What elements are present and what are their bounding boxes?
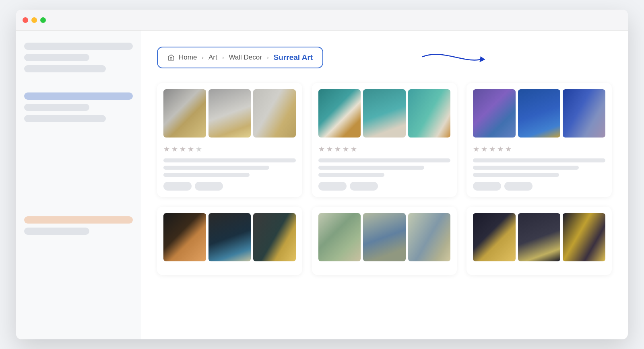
star-4: ★ — [497, 145, 504, 154]
product-image-2 — [518, 213, 561, 261]
product-tags — [163, 182, 296, 191]
product-images — [473, 213, 605, 261]
product-tags — [318, 182, 451, 191]
star-4: ★ — [188, 145, 194, 154]
breadcrumb-sep-1: › — [202, 54, 204, 61]
sidebar-group-2 — [24, 92, 133, 122]
product-image-2 — [363, 89, 406, 138]
star-1: ★ — [163, 145, 170, 154]
product-image-3 — [563, 89, 605, 138]
product-images — [473, 89, 605, 138]
star-4: ★ — [343, 145, 349, 154]
home-icon — [167, 54, 175, 61]
product-image-3 — [563, 213, 605, 261]
product-card[interactable]: ★ ★ ★ ★ ★ — [312, 83, 457, 197]
breadcrumb-art[interactable]: Art — [208, 53, 217, 62]
product-image-3 — [253, 89, 296, 138]
annotation-arrow — [419, 45, 491, 77]
tag-1[interactable] — [318, 182, 347, 191]
product-image-3 — [408, 89, 451, 138]
sidebar — [16, 31, 141, 339]
sidebar-bar — [24, 104, 89, 111]
sidebar-bar — [24, 54, 89, 61]
product-image-3 — [408, 213, 451, 261]
product-card[interactable] — [157, 207, 302, 275]
product-image-1 — [473, 213, 516, 261]
tag-2[interactable] — [504, 182, 533, 191]
sidebar-bar — [24, 65, 106, 72]
star-rating: ★ ★ ★ ★ ★ — [318, 145, 451, 154]
star-3: ★ — [180, 145, 186, 154]
product-image-1 — [318, 89, 361, 138]
star-5: ★ — [196, 145, 202, 154]
star-1: ★ — [318, 145, 325, 154]
product-images — [318, 213, 451, 261]
product-image-1 — [473, 89, 516, 138]
product-image-1 — [318, 213, 361, 261]
tag-1[interactable] — [163, 182, 192, 191]
minimize-button[interactable] — [31, 17, 37, 23]
product-title-bar — [473, 158, 605, 162]
sidebar-bar — [24, 228, 89, 235]
title-bar — [16, 10, 628, 31]
breadcrumb-current[interactable]: Surreal Art — [274, 53, 313, 62]
tag-2[interactable] — [195, 182, 223, 191]
sidebar-bar — [24, 43, 133, 50]
window-content: Home › Art › Wall Decor › Surreal Art — [16, 31, 628, 339]
star-2: ★ — [171, 145, 178, 154]
product-images — [163, 213, 296, 261]
product-image-2 — [208, 89, 251, 138]
tag-2[interactable] — [350, 182, 378, 191]
product-details — [473, 158, 605, 177]
product-image-2 — [208, 213, 251, 261]
breadcrumb-sep-3: › — [267, 54, 269, 61]
product-desc-bar-1 — [163, 166, 269, 170]
product-images — [163, 89, 296, 138]
star-rating: ★ ★ ★ ★ ★ — [163, 145, 296, 154]
product-image-3 — [253, 213, 296, 261]
sidebar-group-3 — [24, 216, 133, 235]
product-image-2 — [363, 213, 406, 261]
star-5: ★ — [351, 145, 357, 154]
svg-marker-0 — [479, 55, 485, 62]
product-image-1 — [163, 213, 206, 261]
star-2: ★ — [326, 145, 333, 154]
sidebar-group-1 — [24, 43, 133, 72]
breadcrumb-container: Home › Art › Wall Decor › Surreal Art — [157, 47, 612, 68]
breadcrumb-sep-2: › — [222, 54, 224, 61]
star-5: ★ — [505, 145, 512, 154]
star-3: ★ — [489, 145, 495, 154]
breadcrumb-home[interactable]: Home — [179, 53, 197, 62]
star-3: ★ — [334, 145, 341, 154]
product-card[interactable]: ★ ★ ★ ★ ★ — [466, 83, 612, 197]
product-tags — [473, 182, 605, 191]
maximize-button[interactable] — [40, 17, 46, 23]
product-image-1 — [163, 89, 206, 138]
sidebar-bar — [24, 115, 106, 122]
close-button[interactable] — [23, 17, 28, 23]
breadcrumb[interactable]: Home › Art › Wall Decor › Surreal Art — [157, 47, 323, 68]
product-details — [163, 158, 296, 177]
breadcrumb-wall-decor[interactable]: Wall Decor — [229, 53, 262, 62]
product-details — [318, 158, 451, 177]
browser-window: Home › Art › Wall Decor › Surreal Art — [16, 10, 628, 339]
product-card[interactable] — [312, 207, 457, 275]
sidebar-bar-peach — [24, 216, 133, 224]
star-1: ★ — [473, 145, 479, 154]
product-image-2 — [518, 89, 561, 138]
product-card[interactable] — [466, 207, 612, 275]
star-rating: ★ ★ ★ ★ ★ — [473, 145, 605, 154]
tag-1[interactable] — [473, 182, 501, 191]
product-grid: ★ ★ ★ ★ ★ — [157, 83, 612, 275]
product-title-bar — [163, 158, 296, 162]
star-2: ★ — [481, 145, 487, 154]
product-images — [318, 89, 451, 138]
product-card[interactable]: ★ ★ ★ ★ ★ — [157, 83, 302, 197]
product-desc-bar-2 — [318, 173, 384, 177]
sidebar-active-item[interactable] — [24, 92, 133, 100]
product-desc-bar-1 — [318, 166, 424, 170]
main-area: Home › Art › Wall Decor › Surreal Art — [141, 31, 628, 339]
product-desc-bar-2 — [163, 173, 250, 177]
product-desc-bar-2 — [473, 173, 559, 177]
product-desc-bar-1 — [473, 166, 579, 170]
